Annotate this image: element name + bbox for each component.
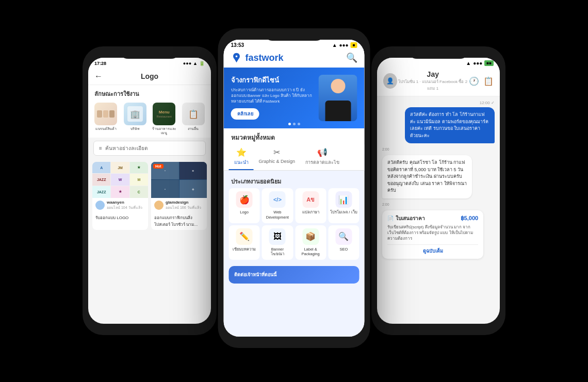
pop-icon-web: </>: [269, 191, 286, 208]
status-time-left: 17:28: [94, 61, 106, 66]
hero-dots: [288, 123, 300, 125]
hero-title: จ้างกราฟิกดีไซน์: [231, 76, 319, 85]
left-screen-content: 17:28 ●●● ▲ 🔋 ← Logo ลักษณะการใช้งาน: [88, 58, 211, 324]
cat-label-brand: แบรนด์สินค้า: [95, 127, 117, 131]
cat-label-other: งานอื่น: [188, 127, 199, 131]
chat-time-3: 2:00: [382, 203, 389, 206]
contact-avatar: 👤: [383, 73, 397, 89]
bubble-outgoing-1: สวัสดีค่ะ ต้องการ ทำ โล โก้ร้านกาแฟค่ะ แ…: [405, 107, 495, 143]
tab-icon-megaphone: 📢: [317, 147, 328, 157]
phone-left-screen: 17:28 ●●● ▲ 🔋 ← Logo ลักษณะการใช้งาน: [88, 58, 211, 324]
pop-banner[interactable]: 🖼 Banner โฆษณา: [262, 225, 293, 260]
left-header: ← Logo: [88, 67, 211, 85]
fastwork-logo: fastwork: [231, 52, 284, 63]
avatar-1: [95, 201, 105, 210]
bottom-banner[interactable]: ติดต่อเจ้าหน้าที่ตอนนี้: [229, 266, 360, 284]
pop-icon-promo: 📊: [335, 191, 352, 208]
tab-marketing[interactable]: 📢 การตลาดและไข: [300, 144, 345, 170]
center-screen-content: 13:53 ▲ ●●● ■ fastwork 🔍: [224, 40, 365, 337]
bubble-incoming-1: สวัสดีครับ คุณสโรชา โล โก้ร้าน กาแฟ ขอคิ…: [382, 155, 472, 198]
right-header-center: Jay โปรโมชั่น 1 · แบนเนอร์ Facebook ซื้อ…: [397, 70, 469, 92]
logo-collage-1: A JM ★ JAZZ W M JAZZ ★ C: [92, 162, 148, 198]
cat-img-other: 📋: [182, 103, 205, 125]
freelancer-info-1: waanyen ออนไลน์ 104 วันที่แล้ว: [92, 198, 148, 212]
popular-section: ประเภทงานยอดนิยม 🍎 Logo </> Web Developm…: [224, 171, 365, 263]
left-section-title: ลักษณะการใช้งาน: [88, 85, 211, 101]
status-icons-center: ▲ ●●● ■: [332, 42, 357, 48]
hero-person-img: [319, 75, 357, 121]
wifi-icon: ▲: [332, 42, 337, 48]
pop-label-web: Web Development: [264, 210, 291, 220]
proposal-title-text: ใบเสนอราคา: [396, 214, 425, 222]
search-btn[interactable]: ≡ ค้นหาอย่างละเอียด: [93, 141, 206, 156]
pop-label-logo: Logo: [240, 210, 249, 215]
pop-label-pkg[interactable]: 📦 Label & Packaging: [295, 225, 326, 260]
freelancer-card-1[interactable]: A JM ★ JAZZ W M JAZZ ★ C: [92, 162, 148, 230]
clock-icon[interactable]: 🕐: [469, 76, 479, 86]
proposal-card[interactable]: 📄 ใบเสนอราคา ฿5,000 รับเขียนสคริป(script…: [382, 210, 483, 259]
pop-web[interactable]: </> Web Development: [262, 188, 293, 223]
status-icons-right: ▲ ●●● ■■: [466, 60, 494, 66]
chat-area: 12:00 ✓ สวัสดีค่ะ ต้องการ ทำ โล โก้ร้านก…: [377, 96, 500, 263]
cat-label-food: ร้านอาหารและเมนู: [151, 127, 178, 136]
hero-person-silhouette: [319, 75, 357, 121]
cat-item-biz[interactable]: 🏢 บริษัท: [122, 103, 149, 136]
tab-graphic[interactable]: ✂ Graphic & Design: [254, 144, 301, 170]
freelancer-card-img-1: A JM ★ JAZZ W M JAZZ ★ C: [92, 162, 148, 198]
person-body: [325, 101, 351, 121]
tab-label-marketing: การตลาดและไข: [305, 159, 339, 166]
pop-icon-write: ✏️: [236, 228, 253, 245]
view-more-btn[interactable]: ดูฉบับเต็ม: [387, 244, 478, 255]
freelancer-name-1: waanyen: [107, 200, 145, 205]
pop-label-write: เขียนบทความ: [233, 247, 256, 252]
hero-cta-btn[interactable]: คลิกเลย: [231, 108, 259, 120]
phone-center-screen: 13:53 ▲ ●●● ■ fastwork 🔍: [224, 40, 365, 337]
battery-icon: ■: [351, 42, 357, 48]
pop-write[interactable]: ✏️ เขียนบทความ: [229, 225, 260, 260]
cat-img-brand: [94, 103, 117, 125]
phone-right: ▲ ●●● ■■ 👤 Jay โปรโมชั่น 1 · แบนเนอร์ Fa…: [371, 46, 505, 335]
pop-logo[interactable]: 🍎 Logo: [229, 188, 260, 223]
dot-2: [293, 123, 296, 125]
hero-banner[interactable]: จ้างกราฟิกดีไซน์ ประสบการณ์ด้านการออกแบบ…: [224, 68, 365, 128]
tab-label-recommend: แนะนำ: [234, 159, 249, 166]
cat-item-food[interactable]: Menu Restaurant ร้านอาหารและเมนู: [151, 103, 178, 136]
popular-grid: 🍎 Logo </> Web Development Aข แปลภาษา 📊 …: [229, 188, 360, 260]
pop-translate[interactable]: Aข แปลภาษา: [295, 188, 326, 223]
search-icon-btn[interactable]: 🔍: [346, 52, 357, 63]
cat-item-other[interactable]: 📋 งานอื่น: [180, 103, 207, 136]
fastwork-logo-text: fastwork: [246, 53, 284, 63]
chat-time-2: 2:00: [382, 147, 389, 151]
pop-label-translate: แปลภาษา: [302, 210, 319, 215]
freelancer-sub-2: ออนไลน์ 166 วันที่แล้ว: [166, 205, 204, 210]
tab-icon-scissors: ✂: [273, 147, 280, 157]
proposal-title: 📄 ใบเสนอราคา: [387, 214, 425, 222]
pop-label-banner: Banner โฆษณา: [264, 247, 291, 257]
tab-recommend[interactable]: ⭐ แนะนำ: [229, 144, 254, 170]
status-bar-left: 17:28 ●●● ▲ 🔋: [88, 58, 211, 67]
header-icons: 🕐 📋: [469, 76, 494, 86]
dot-3: [298, 123, 300, 125]
cat-img-biz: 🏢: [124, 103, 146, 125]
dot-1: [288, 123, 291, 125]
freelancer-sub-1: ออนไลน์ 104 วันที่แล้ว: [107, 205, 145, 210]
contact-name: Jay: [397, 70, 469, 78]
pop-label-pkg: Label & Packaging: [297, 247, 324, 257]
back-arrow-icon[interactable]: ←: [94, 72, 103, 81]
freelancer-card-2[interactable]: ▪ ■ ▪ ◆ Hot glamdesi: [151, 162, 207, 230]
status-bar-right: ▲ ●●● ■■: [377, 58, 500, 67]
left-category-grid: แบรนด์สินค้า 🏢 บริษัท Menu Restaurant: [88, 101, 211, 138]
search-btn-label: ค้นหาอย่างละเอียด: [105, 144, 148, 152]
search-filter-icon: ≡: [99, 145, 102, 151]
wifi-icon-right: ▲: [466, 60, 471, 66]
hero-text: จ้างกราฟิกดีไซน์ ประสบการณ์ด้านการออกแบบ…: [231, 76, 319, 120]
cat-item-brand[interactable]: แบรนด์สินค้า: [92, 103, 120, 136]
pop-promo[interactable]: 📊 โปรโมเพจ / เว็บ: [328, 188, 359, 223]
list-icon[interactable]: 📋: [483, 76, 494, 86]
popular-section-label: ประเภทงานยอดนิยม: [229, 174, 360, 188]
category-tabs: ⭐ แนะนำ ✂ Graphic & Design 📢 การตลาดและไ…: [224, 144, 365, 171]
cat-label-biz: บริษัท: [130, 127, 140, 131]
pop-seo[interactable]: 🔍 SEO: [328, 225, 359, 260]
right-screen-content: ▲ ●●● ■■ 👤 Jay โปรโมชั่น 1 · แบนเนอร์ Fa…: [377, 58, 500, 324]
proposal-price: ฿5,000: [461, 215, 479, 222]
